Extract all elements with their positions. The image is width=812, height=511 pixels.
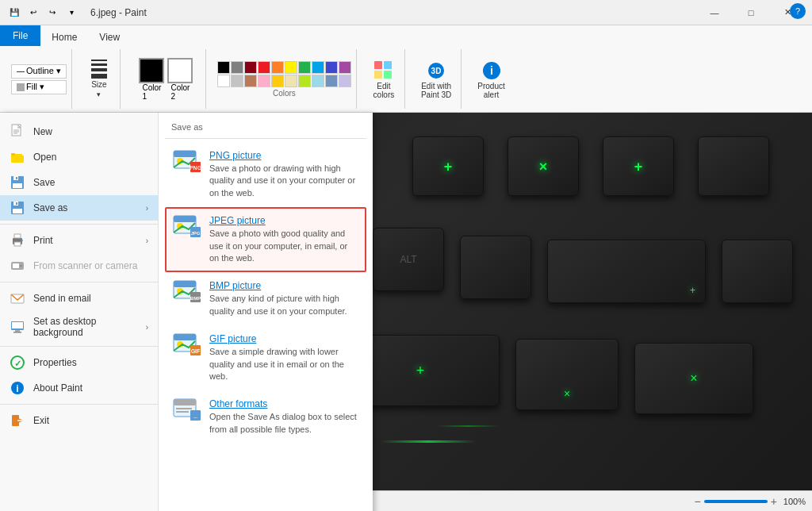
edit-colors-label: Editcolors xyxy=(373,82,395,99)
menu-item-desktop[interactable]: Set as desktop background › xyxy=(0,311,158,343)
key-space1 xyxy=(460,236,531,299)
menu-item-save-as[interactable]: Save as › xyxy=(0,195,158,221)
edit-paint3d-label: Edit withPaint 3D xyxy=(421,82,451,99)
ribbon-help-section: ? xyxy=(790,3,806,19)
color-cell[interactable] xyxy=(258,61,270,74)
color-cell[interactable] xyxy=(231,61,243,74)
scanner-icon xyxy=(10,258,25,274)
qa-redo-btn[interactable]: ↪ xyxy=(44,5,60,21)
svg-text:BMP: BMP xyxy=(190,296,201,301)
color2-swatch[interactable] xyxy=(167,58,193,83)
separator-1 xyxy=(0,224,158,225)
submenu-item-gif[interactable]: GIF GIF picture Save a simple drawing wi… xyxy=(165,325,366,390)
main-area: + × + ALT + xyxy=(0,113,812,490)
minimize-button[interactable]: — xyxy=(696,0,733,25)
jpeg-title[interactable]: JPEG picture xyxy=(209,215,358,226)
color-cell[interactable] xyxy=(339,75,351,87)
color-cell[interactable] xyxy=(325,75,338,87)
color-cell[interactable] xyxy=(244,75,257,87)
bmp-title[interactable]: BMP picture xyxy=(209,280,358,291)
size-group: Size ▾ xyxy=(79,49,121,109)
svg-text:i: i xyxy=(490,64,493,77)
title-bar-left: 💾 ↩ ↪ ▾ 6.jpeg - Paint xyxy=(6,5,696,21)
color-cell[interactable] xyxy=(285,61,297,74)
menu-item-exit[interactable]: Exit xyxy=(0,408,158,433)
menu-item-properties[interactable]: ✓ Properties xyxy=(0,350,158,375)
edit-paint3d-button[interactable]: 3D Edit withPaint 3D xyxy=(416,58,456,101)
color-cell[interactable] xyxy=(312,61,324,74)
key-alt: ALT xyxy=(373,228,444,291)
zoom-slider[interactable] xyxy=(704,500,768,503)
svg-rect-3 xyxy=(384,71,392,79)
menu-item-about[interactable]: i About Paint xyxy=(0,375,158,401)
file-tab[interactable]: File xyxy=(0,25,40,46)
svg-rect-62 xyxy=(174,399,196,405)
colors-fg-bg-group: Color1 Color2 xyxy=(127,49,206,109)
png-title[interactable]: PNG picture xyxy=(209,150,358,161)
color-cell[interactable] xyxy=(271,75,284,87)
menu-item-print[interactable]: Print › xyxy=(0,228,158,253)
menu-item-save[interactable]: Save xyxy=(0,170,158,195)
file-menu-right: Save as PNG PNG picture Save a photo or xyxy=(159,113,373,511)
color-cell[interactable] xyxy=(217,75,230,87)
svg-rect-28 xyxy=(13,263,19,268)
svg-rect-32 xyxy=(15,330,20,332)
maximize-button[interactable]: □ xyxy=(733,0,769,25)
color-cell[interactable] xyxy=(231,75,243,87)
menu-item-open[interactable]: Open xyxy=(0,144,158,170)
separator-2 xyxy=(0,282,158,282)
key-space2: + xyxy=(547,240,706,303)
outline-button[interactable]: — Outline ▾ xyxy=(11,64,67,79)
bmp-text: BMP picture Save any kind of picture wit… xyxy=(209,280,358,317)
product-alert-button[interactable]: i Productalert xyxy=(473,58,509,101)
svg-rect-13 xyxy=(11,156,24,163)
menu-item-email[interactable]: Send in email xyxy=(0,286,158,311)
other-desc: Open the Save As dialog box to select fr… xyxy=(209,411,358,436)
zoom-in-button[interactable]: + xyxy=(771,495,777,508)
svg-rect-33 xyxy=(13,332,21,333)
edit-colors-button[interactable]: Editcolors xyxy=(368,58,400,101)
view-tab[interactable]: View xyxy=(88,29,131,46)
quick-access-toolbar: 💾 ↩ ↪ ▾ xyxy=(6,5,79,21)
svg-text:GIF: GIF xyxy=(191,348,201,354)
submenu-item-jpeg[interactable]: JPG JPEG picture Save a photo with good … xyxy=(165,207,366,272)
qa-more-btn[interactable]: ▾ xyxy=(63,5,79,21)
submenu-item-other[interactable]: ... Other formats Open the Save As dialo… xyxy=(165,390,366,444)
save-icon xyxy=(10,175,25,190)
separator-4 xyxy=(0,404,158,405)
submenu-item-png[interactable]: PNG PNG picture Save a photo or drawing … xyxy=(165,142,366,207)
other-title[interactable]: Other formats xyxy=(209,398,358,409)
fill-button[interactable]: Fill ▾ xyxy=(11,80,67,94)
svg-rect-25 xyxy=(14,242,21,246)
color-cell[interactable] xyxy=(271,61,284,74)
svg-text:JPG: JPG xyxy=(190,231,200,236)
about-label: About Paint xyxy=(33,382,148,394)
gif-icon: GIF xyxy=(173,333,201,357)
color1-swatch[interactable] xyxy=(139,58,164,83)
qa-save-btn[interactable]: 💾 xyxy=(6,5,22,21)
other-icon: ... xyxy=(173,398,201,422)
edit-colors-group: Editcolors xyxy=(363,49,405,109)
color-cell[interactable] xyxy=(298,61,311,74)
color-cell[interactable] xyxy=(285,75,297,87)
size-button[interactable]: Size ▾ xyxy=(83,56,115,103)
key-x: × xyxy=(508,136,579,196)
gif-title[interactable]: GIF picture xyxy=(209,333,358,344)
zoom-value: 100% xyxy=(783,497,806,506)
color-cell[interactable] xyxy=(339,61,351,74)
zoom-out-button[interactable]: − xyxy=(694,495,700,508)
zoom-controls: − + 100% xyxy=(694,495,806,508)
qa-undo-btn[interactable]: ↩ xyxy=(25,5,41,21)
properties-label: Properties xyxy=(33,357,148,368)
color-cell[interactable] xyxy=(244,61,257,74)
ribbon: File Home View ? — Outline ▾ Fill ▾ xyxy=(0,25,812,113)
color-cell[interactable] xyxy=(258,75,270,87)
menu-item-new[interactable]: New xyxy=(0,119,158,144)
help-button[interactable]: ? xyxy=(790,3,806,19)
color-cell[interactable] xyxy=(298,75,311,87)
color-cell[interactable] xyxy=(325,61,338,74)
submenu-item-bmp[interactable]: BMP BMP picture Save any kind of picture… xyxy=(165,272,366,325)
home-tab[interactable]: Home xyxy=(40,29,88,46)
color-cell[interactable] xyxy=(217,61,230,74)
color-cell[interactable] xyxy=(312,75,324,87)
